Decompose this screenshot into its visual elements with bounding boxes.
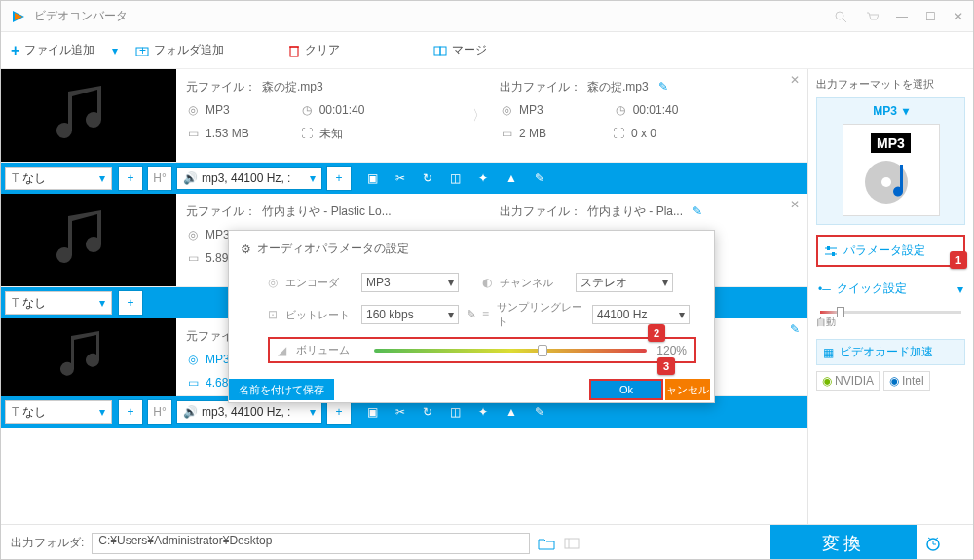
- codec-icon: ◎: [186, 103, 200, 117]
- close-icon[interactable]: ✕: [954, 10, 963, 23]
- edit-icon[interactable]: ✎: [693, 205, 702, 218]
- audio-track-select[interactable]: 🔊mp3, 44100 Hz, :▾: [176, 167, 322, 190]
- volume-value: 120%: [656, 344, 687, 357]
- channel-select[interactable]: ステレオ▾: [576, 273, 673, 292]
- plus-icon: +: [11, 42, 19, 59]
- watermark-icon[interactable]: ▲: [506, 171, 517, 185]
- callout-1: 1: [950, 251, 967, 269]
- channel-icon: ◐: [482, 276, 492, 289]
- svg-text:+: +: [139, 44, 146, 57]
- merge-icon: [433, 44, 447, 57]
- svg-rect-16: [832, 252, 835, 256]
- hardware-button[interactable]: H°: [147, 166, 172, 191]
- play-icon[interactable]: ▣: [367, 171, 378, 185]
- save-as-button[interactable]: 名前を付けて保存: [229, 379, 334, 400]
- samplerate-select[interactable]: 44100 Hz▾: [592, 305, 690, 324]
- audio-track-select[interactable]: 🔊mp3, 44100 Hz, :▾: [176, 400, 322, 424]
- file-thumbnail: [1, 194, 176, 286]
- volume-icon: ◢: [278, 344, 286, 357]
- volume-row: ◢ ボリューム 120%: [268, 337, 696, 363]
- samplerate-icon: ≡: [482, 308, 489, 321]
- source-file-label: 元ファイル：: [186, 79, 256, 95]
- subtitle-select[interactable]: Tなし▾: [5, 400, 112, 424]
- svg-rect-9: [440, 47, 446, 55]
- convert-button[interactable]: 変換: [770, 525, 917, 561]
- cut-icon[interactable]: ✂: [395, 171, 405, 185]
- search-icon[interactable]: [834, 10, 847, 23]
- folder-plus-icon: +: [135, 44, 149, 57]
- ok-button[interactable]: Ok: [589, 379, 663, 400]
- add-file-button[interactable]: +ファイル追加: [11, 42, 94, 59]
- app-logo-icon: [11, 9, 26, 24]
- intel-badge: ◉Intel: [883, 371, 930, 391]
- svg-rect-15: [827, 246, 830, 250]
- edit-icon[interactable]: ✎: [658, 80, 668, 93]
- remove-file-button[interactable]: ✕: [782, 194, 807, 286]
- remove-file-button[interactable]: ✕: [782, 69, 807, 162]
- target-icon: ◎: [268, 276, 278, 289]
- dimensions-icon: ⛶: [300, 127, 314, 140]
- effect-icon[interactable]: ✦: [478, 171, 488, 185]
- source-file-name: 森の掟.mp3: [262, 79, 323, 95]
- svg-point-12: [881, 177, 891, 187]
- minimize-icon[interactable]: —: [896, 10, 908, 23]
- add-subtitle-button[interactable]: +: [118, 290, 143, 316]
- gpu-accel-button[interactable]: ▦ビデオカード加速: [816, 339, 965, 365]
- volume-handle[interactable]: [538, 345, 547, 356]
- file-thumbnail: [1, 69, 176, 162]
- cart-icon[interactable]: [865, 10, 879, 23]
- browse-folder-button[interactable]: [538, 537, 555, 550]
- edit-icon[interactable]: ✎: [782, 318, 807, 395]
- svg-rect-6: [290, 47, 298, 56]
- arrow-icon: 〉: [468, 107, 490, 125]
- modal-title: オーディオパラメータの設定: [257, 241, 409, 257]
- clear-button[interactable]: クリア: [288, 42, 340, 58]
- cancel-button[interactable]: ャンセル: [665, 379, 710, 400]
- sliders-icon: [824, 245, 838, 257]
- scheduler-icon[interactable]: [924, 535, 963, 552]
- maximize-icon[interactable]: ☐: [925, 10, 936, 23]
- size-icon: ▭: [186, 127, 200, 140]
- svg-rect-8: [434, 47, 440, 55]
- auto-label: 自動: [816, 316, 965, 329]
- trash-icon: [288, 44, 300, 57]
- add-file-dropdown-icon[interactable]: ▾: [112, 44, 118, 57]
- callout-2: 2: [648, 324, 665, 342]
- file-thumbnail: [1, 318, 176, 396]
- bitrate-icon: ⊡: [268, 308, 278, 321]
- format-section-label: 出力フォーマットを選択: [816, 77, 965, 92]
- add-audio-button[interactable]: +: [326, 166, 352, 191]
- output-file-label: 出力ファイル：: [500, 79, 581, 95]
- svg-point-2: [836, 12, 843, 19]
- rotate-icon[interactable]: ↻: [423, 171, 432, 185]
- slider-handle[interactable]: [837, 307, 844, 317]
- edit-bitrate-icon[interactable]: ✎: [467, 308, 476, 321]
- output-path-input[interactable]: C:¥Users¥Administrator¥Desktop: [92, 533, 530, 554]
- format-selector[interactable]: MP3▾ MP3: [816, 97, 965, 225]
- add-subtitle-button[interactable]: +: [118, 166, 143, 191]
- add-folder-button[interactable]: +フォルダ追加: [135, 42, 224, 58]
- parameter-settings-button[interactable]: パラメータ設定: [816, 235, 965, 267]
- volume-slider[interactable]: [374, 349, 647, 353]
- quick-icon: •─: [818, 282, 831, 296]
- quality-slider[interactable]: [820, 311, 961, 314]
- crop-icon[interactable]: ◫: [450, 171, 461, 185]
- clock-icon: ◷: [300, 103, 314, 117]
- gear-icon: ⚙: [241, 243, 251, 256]
- mp3-format-icon: MP3: [843, 124, 940, 216]
- output-folder-label: 出力フォルダ:: [11, 535, 84, 551]
- bitrate-select[interactable]: 160 kbps▾: [361, 305, 459, 324]
- merge-button[interactable]: マージ: [433, 42, 487, 58]
- chip-icon: ▦: [823, 346, 834, 359]
- subtitle-select[interactable]: Tなし▾: [5, 291, 112, 315]
- audio-params-modal: ⚙オーディオパラメータの設定 ◎エンコーダMP3▾ ◐チャンネルステレオ▾ ⊡ビ…: [228, 230, 715, 403]
- nvidia-badge: ◉NVIDIA: [816, 371, 880, 391]
- svg-line-3: [843, 19, 846, 22]
- window-title: ビデオコンバータ: [34, 8, 834, 24]
- svg-rect-17: [565, 539, 579, 548]
- open-folder-button[interactable]: [563, 537, 581, 550]
- subtitle-edit-icon[interactable]: ✎: [535, 171, 544, 185]
- quick-settings-button[interactable]: •─クイック設定▾: [816, 277, 965, 301]
- encoder-select[interactable]: MP3▾: [361, 273, 459, 292]
- subtitle-select[interactable]: Tなし▾: [5, 167, 112, 190]
